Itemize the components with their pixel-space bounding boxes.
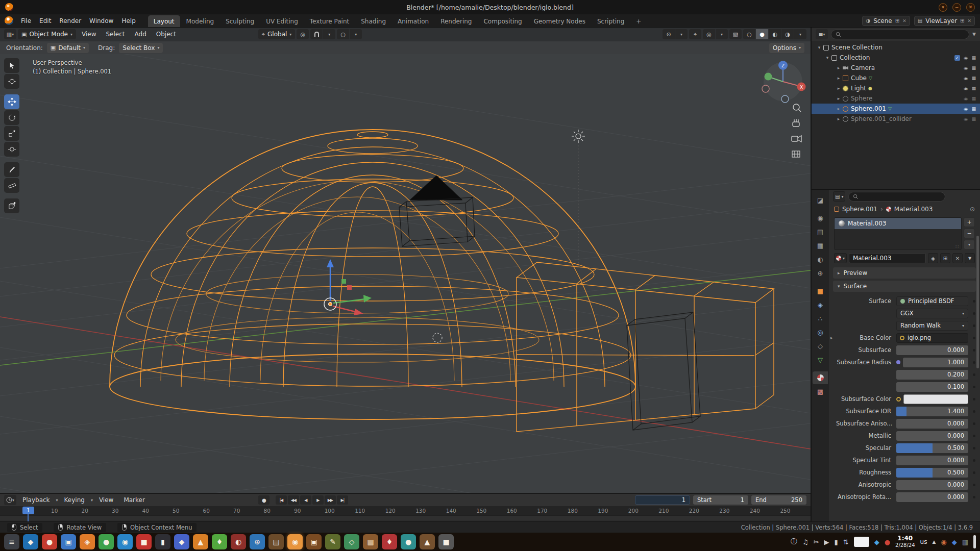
tab-uv-editing[interactable]: UV Editing [260,15,304,27]
expander-icon[interactable]: ▸ [835,116,842,121]
tab-modifiers[interactable]: ◈ [813,298,828,311]
outliner-row-sphere-001-collider[interactable]: ▸ Sphere.001_collider ◉ ▦ [812,114,980,124]
subsurface-radius-x-field[interactable]: 1.000 [903,358,968,367]
viewport-canvas-region[interactable]: Z X [0,54,811,493]
menu-help[interactable]: Help [117,16,139,26]
hide-in-viewport-icon[interactable]: ◉ [964,107,968,110]
outliner-editor-type-button[interactable]: ≡ ▾ [816,29,828,39]
viewlayer-selector[interactable]: ▤ ViewLayer ⊞ ✕ [914,16,975,26]
tab-layout[interactable]: Layout [148,15,180,27]
disable-in-render-icon[interactable]: ▦ [971,96,976,101]
tab-sculpting[interactable]: Sculpting [220,15,260,27]
taskbar-app-icon[interactable]: ● [401,534,416,549]
taskbar-app-icon[interactable]: ▲ [193,534,208,549]
expander-icon[interactable]: ▸ [830,335,833,340]
outliner-row-collection[interactable]: ▾ Collection ✓ ◉ ▦ [812,53,980,63]
tab-scene[interactable]: ◐ [813,253,828,266]
taskbar-app-icon[interactable]: ♦ [382,534,397,549]
taskbar-app-icon[interactable]: ● [42,534,57,549]
tool-annotate[interactable] [4,162,19,177]
taskbar-app-icon[interactable]: ▮ [155,534,170,549]
shading-wireframe-button[interactable]: ○ [743,29,755,39]
tab-texture[interactable]: ▩ [813,385,828,398]
tab-render[interactable]: ◉ [813,212,828,224]
tab-material[interactable] [813,371,828,384]
object-visibility-dropdown[interactable]: ⊙ [663,29,675,39]
subsurface-anisotropy-slider[interactable]: 0.000 [896,419,968,429]
timeline-track[interactable] [0,515,811,520]
tray-music-icon[interactable]: ♫ [802,538,808,546]
window-close-button[interactable]: ✕ [966,3,975,12]
menu-playback[interactable]: Playback [18,495,54,505]
snap-settings-dropdown[interactable]: ▾ [323,29,335,39]
menu-object[interactable]: Object [152,29,180,39]
gizmos-toggle[interactable]: ⌖ [689,29,701,39]
fake-user-button[interactable]: ◈ [928,253,938,263]
expander-icon[interactable]: ▾ [816,45,823,50]
editor-type-button[interactable]: ▥ ▾ [4,29,16,39]
remove-viewlayer-icon[interactable]: ✕ [967,18,971,23]
taskbar-app-icon[interactable]: ■ [438,534,454,549]
zoom-icon[interactable] [793,104,801,112]
surface-panel-header[interactable]: ▾ Surface [833,281,976,292]
menu-select[interactable]: Select [102,29,129,39]
tab-object[interactable]: ■ [813,285,828,297]
mode-dropdown[interactable]: ▣ Object Mode ▾ [18,29,76,39]
orthographic-grid-icon[interactable] [792,151,800,157]
taskbar-app-icon[interactable]: ▣ [306,534,322,549]
outliner-row-scene-collection[interactable]: ▾ Scene Collection [812,42,980,53]
tray-input-preview[interactable] [854,537,869,547]
taskbar-app-icon[interactable]: ◆ [23,534,38,549]
menu-add[interactable]: Add [131,29,151,39]
tool-transform[interactable] [4,142,19,157]
menu-marker[interactable]: Marker [119,495,149,505]
taskbar-app-icon[interactable]: ♦ [212,534,227,549]
expander-icon[interactable]: ▸ [835,65,842,70]
prev-keyframe-button[interactable]: ◀◀ [288,495,299,505]
anisotropic-rotation-slider[interactable]: 0.000 [896,492,968,502]
window-minimize-button[interactable]: − [952,3,961,12]
disable-in-render-icon[interactable]: ▦ [971,86,976,91]
shading-dropdown[interactable]: ▾ [794,29,806,39]
new-scene-icon[interactable]: ⊞ [895,18,899,23]
new-viewlayer-icon[interactable]: ⊞ [960,18,964,23]
frame-end-field[interactable]: End 250 [751,495,806,505]
tab-tool[interactable]: ◪ [813,194,828,207]
unlink-scene-icon[interactable]: ✕ [902,18,906,23]
disable-in-render-icon[interactable]: ▦ [971,76,976,81]
hide-in-viewport-icon[interactable]: ◉ [964,56,968,59]
visibility-chevron[interactable]: ▾ [675,29,688,39]
tab-constraints[interactable]: ◇ [813,340,828,353]
menu-window[interactable]: Window [85,16,117,26]
tab-particles[interactable]: ∴ [813,312,828,325]
shading-solid-button[interactable]: ● [756,29,768,39]
collection-checkbox[interactable]: ✓ [954,55,960,61]
shading-rendered-button[interactable]: ◑ [781,29,794,39]
clock[interactable]: 1:40 2/28/24 [895,535,915,548]
tray-app-icon[interactable]: ◆ [874,538,879,546]
play-button[interactable]: ▶ [312,495,324,505]
taskbar-app-icon[interactable]: ▣ [61,534,76,549]
remove-slot-button[interactable]: − [964,229,975,238]
menu-file[interactable]: File [17,16,35,26]
tray-app-icon[interactable]: ◆ [952,538,957,546]
taskbar-app-icon[interactable]: ◈ [80,534,95,549]
surface-shader-dropdown[interactable]: Principled BSDF [896,296,968,306]
tray-media-icon[interactable]: ▶ [824,538,829,546]
light-object[interactable] [572,130,585,268]
play-reverse-button[interactable]: ◀ [300,495,311,505]
expander-icon[interactable]: ▸ [835,106,842,111]
anisotropic-slider[interactable]: 0.000 [896,480,968,490]
pivot-point-button[interactable]: ◎ [297,29,309,39]
expander-icon[interactable]: ▾ [824,55,831,60]
tab-physics[interactable]: ◎ [813,326,828,339]
taskbar-app-icon[interactable]: ◆ [174,534,189,549]
igloo-wireframe[interactable] [110,130,774,432]
hide-in-viewport-icon[interactable]: ◉ [964,86,968,90]
timeline-editor-type-button[interactable]: ▾ [4,495,16,505]
tab-rendering[interactable]: Rendering [435,15,477,27]
tab-view-layer[interactable]: ▦ [813,239,828,252]
properties-search-input[interactable] [848,192,945,202]
auto-keying-toggle[interactable]: ● [258,495,270,505]
tab-geometry-nodes[interactable]: Geometry Nodes [528,15,591,27]
